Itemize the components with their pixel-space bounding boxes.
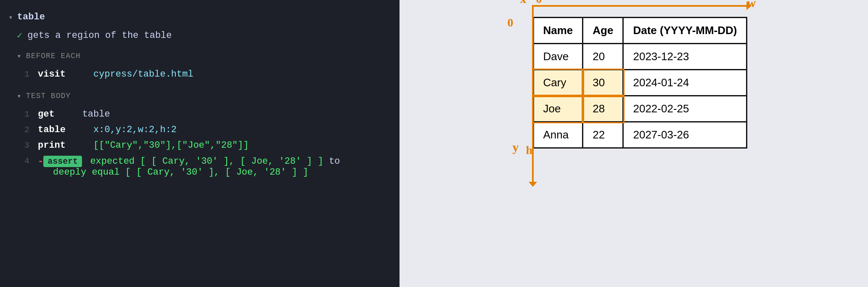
cell-anna-name: Anna — [533, 122, 583, 148]
y-axis — [532, 5, 534, 186]
test-label: gets a region of the table — [27, 30, 172, 41]
cell-joe-date: 2022-02-25 — [623, 96, 747, 122]
cell-dave-name: Dave — [533, 44, 583, 70]
y-label: y — [513, 140, 519, 154]
tline-2-content: table x:0,y:2,w:2,h:2 — [38, 125, 391, 135]
before-each-chevron: ▾ — [17, 51, 22, 61]
table-row: Anna 22 2027-03-26 — [533, 122, 747, 148]
tline-1-content: get table — [38, 109, 391, 120]
data-table: Name Age Date (YYYY-MM-DD) Dave 20 2023-… — [533, 17, 748, 149]
w-label: w — [747, 0, 756, 10]
assert-badge: assert — [43, 156, 82, 167]
test-body-label: TEST BODY — [26, 92, 71, 100]
line-number-1: 1 — [21, 69, 29, 79]
cell-anna-date: 2027-03-26 — [623, 122, 747, 148]
test-line-4: 4 - assert expected [ [ Cary, '30' ], [ … — [21, 153, 391, 180]
col-header-date: Date (YYYY-MM-DD) — [623, 18, 747, 44]
tline-num-2: 2 — [21, 125, 29, 135]
path-value: cypress/table.html — [93, 69, 193, 80]
tline1-value: table — [82, 109, 110, 120]
tline-num-1: 1 — [21, 109, 29, 119]
col-header-name: Name — [533, 18, 583, 44]
section-header[interactable]: ▾ table — [0, 8, 400, 26]
cell-joe-name: Joe — [533, 96, 583, 122]
cell-cary-date: 2024-01-24 — [623, 70, 747, 96]
table-row: Cary 30 2024-01-24 — [533, 70, 747, 96]
tline3-value: [["Cary","30"],["Joe","28"]] — [93, 140, 249, 151]
before-each-section[interactable]: ▾ BEFORE EACH — [0, 45, 400, 63]
section-title: table — [17, 12, 45, 22]
cell-cary-age: 30 — [583, 70, 623, 96]
test-item[interactable]: ✓ gets a region of the table — [0, 26, 400, 45]
keyword-visit: visit — [38, 69, 66, 80]
left-panel: ▾ table ✓ gets a region of the table ▾ B… — [0, 0, 400, 287]
before-each-label: BEFORE EACH — [26, 52, 81, 60]
table-row: Dave 20 2023-12-23 — [533, 44, 747, 70]
test-body-chevron: ▾ — [17, 91, 22, 101]
x-label: x — [520, 0, 527, 6]
check-icon: ✓ — [17, 30, 22, 41]
cell-anna-age: 22 — [583, 122, 623, 148]
keyword-table: table — [38, 125, 66, 135]
test-line-1: 1 get table — [21, 106, 391, 122]
diagram-container: x 0 w 0 y h Name Age Date (YYYY-MM-DD) D… — [520, 17, 748, 149]
test-line-3: 3 print [["Cary","30"],["Joe","28"]] — [21, 138, 391, 153]
to-keyword: to — [329, 156, 340, 167]
cell-cary-name: Cary — [533, 70, 583, 96]
tline-4-content: - assert expected [ [ Cary, '30' ], [ Jo… — [38, 156, 391, 178]
line-1-content: visit cypress/table.html — [38, 69, 391, 80]
zero-top-label: 0 — [536, 0, 542, 6]
h-label: h — [526, 144, 533, 157]
deeply-equal-text: deeply equal [ [ Cary, '30' ], [ Joe, '2… — [53, 167, 308, 178]
expected-text: expected [ [ Cary, '30' ], [ Joe, '28' ]… — [85, 156, 323, 167]
table-header-row: Name Age Date (YYYY-MM-DD) — [533, 18, 747, 44]
keyword-print: print — [38, 140, 66, 151]
test-body-code: 1 get table 2 table x:0,y:2,w:2,h:2 3 pr… — [0, 103, 400, 183]
tline-3-content: print [["Cary","30"],["Joe","28"]] — [38, 140, 391, 151]
cell-joe-age: 28 — [583, 96, 623, 122]
x-axis — [532, 5, 751, 7]
test-line-2: 2 table x:0,y:2,w:2,h:2 — [21, 122, 391, 138]
code-line-1: 1 visit cypress/table.html — [21, 66, 391, 82]
right-panel: x 0 w 0 y h Name Age Date (YYYY-MM-DD) D… — [400, 0, 868, 287]
before-each-code: 1 visit cypress/table.html — [0, 63, 400, 85]
chevron-icon: ▾ — [8, 13, 13, 22]
tline2-value: x:0,y:2,w:2,h:2 — [93, 125, 177, 135]
col-header-age: Age — [583, 18, 623, 44]
tline-num-4: 4 — [21, 156, 29, 166]
cell-dave-age: 20 — [583, 44, 623, 70]
keyword-get: get — [38, 109, 55, 120]
zero-left-label: 0 — [508, 16, 513, 29]
cell-dave-date: 2023-12-23 — [623, 44, 747, 70]
table-row: Joe 28 2022-02-25 — [533, 96, 747, 122]
test-body-section[interactable]: ▾ TEST BODY — [0, 85, 400, 103]
tline-num-3: 3 — [21, 140, 29, 150]
dash-symbol: - — [38, 156, 43, 167]
